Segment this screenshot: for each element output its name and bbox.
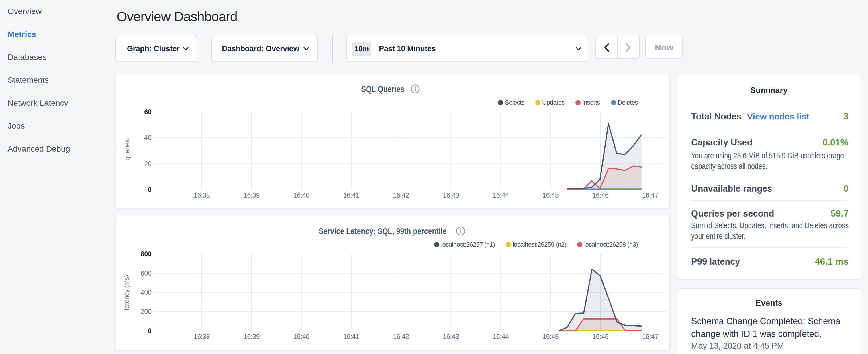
svg-text:latency (ms): latency (ms) bbox=[123, 275, 130, 310]
svg-text:16:47: 16:47 bbox=[642, 192, 658, 199]
svg-text:16:45: 16:45 bbox=[542, 192, 559, 199]
svg-text:16:38: 16:38 bbox=[194, 332, 210, 340]
svg-text:800: 800 bbox=[141, 250, 152, 257]
svg-text:queries: queries bbox=[124, 139, 131, 160]
svg-text:16:43: 16:43 bbox=[443, 332, 459, 340]
svg-text:0: 0 bbox=[148, 186, 152, 193]
svg-text:16:44: 16:44 bbox=[493, 192, 509, 199]
svg-text:600: 600 bbox=[141, 269, 152, 277]
svg-text:16:38: 16:38 bbox=[194, 192, 210, 199]
svg-text:16:43: 16:43 bbox=[443, 192, 459, 199]
svg-text:16:47: 16:47 bbox=[642, 332, 658, 340]
svg-text:16:39: 16:39 bbox=[244, 192, 260, 199]
svg-text:16:40: 16:40 bbox=[293, 192, 309, 199]
svg-text:16:46: 16:46 bbox=[592, 192, 608, 199]
svg-text:40: 40 bbox=[144, 134, 152, 141]
svg-text:60: 60 bbox=[144, 108, 152, 116]
svg-text:0: 0 bbox=[148, 327, 152, 334]
svg-text:16:41: 16:41 bbox=[343, 332, 359, 340]
svg-text:16:46: 16:46 bbox=[592, 332, 608, 340]
svg-text:16:45: 16:45 bbox=[542, 332, 559, 340]
svg-text:16:42: 16:42 bbox=[393, 192, 409, 199]
svg-text:16:39: 16:39 bbox=[244, 332, 260, 340]
svg-text:16:42: 16:42 bbox=[393, 332, 409, 340]
svg-text:16:40: 16:40 bbox=[293, 332, 309, 340]
svg-text:400: 400 bbox=[141, 288, 152, 296]
svg-text:200: 200 bbox=[141, 308, 152, 315]
svg-text:16:41: 16:41 bbox=[343, 192, 359, 199]
svg-text:16:44: 16:44 bbox=[493, 332, 509, 340]
svg-text:20: 20 bbox=[144, 160, 152, 167]
